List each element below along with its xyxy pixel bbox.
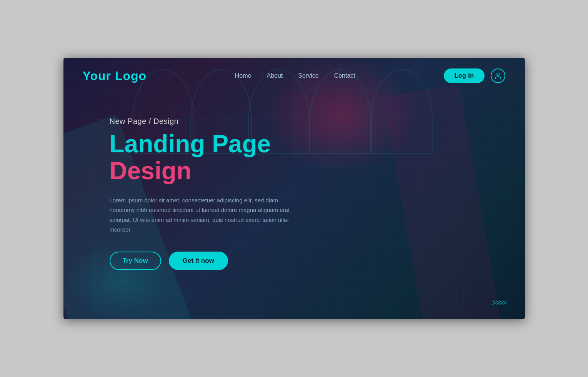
hero-title-line1: Landing Page bbox=[110, 130, 306, 157]
nav-home[interactable]: Home bbox=[235, 72, 252, 79]
hero-subtitle: New Page / Design bbox=[110, 117, 306, 126]
hero-description: Lorem ipsum dolor sit amet, consectetuer… bbox=[110, 195, 290, 235]
nav-right: Log In bbox=[444, 68, 506, 83]
outer-wrapper: Your Logo Home About Service Contact Log… bbox=[63, 38, 525, 339]
hero-section: New Page / Design Landing Page Design Lo… bbox=[63, 94, 325, 285]
nav-links: Home About Service Contact bbox=[235, 72, 355, 79]
user-icon[interactable] bbox=[491, 68, 505, 83]
bg-diagonal-2 bbox=[383, 84, 513, 319]
hero-buttons: Try Now Get it now bbox=[110, 252, 306, 270]
nav-about[interactable]: About bbox=[267, 72, 283, 79]
nav-service[interactable]: Service bbox=[298, 72, 318, 79]
navbar: Your Logo Home About Service Contact Log… bbox=[63, 58, 525, 94]
login-button[interactable]: Log In bbox=[444, 68, 485, 83]
logo: Your Logo bbox=[83, 69, 147, 83]
nav-contact[interactable]: Contact bbox=[334, 72, 355, 79]
svg-point-0 bbox=[497, 73, 500, 76]
hero-title-line2: Design bbox=[110, 157, 306, 184]
get-it-now-button[interactable]: Get it now bbox=[169, 252, 228, 270]
chevrons-icon[interactable]: >>>> bbox=[492, 298, 505, 308]
website-frame: Your Logo Home About Service Contact Log… bbox=[63, 58, 525, 319]
try-now-button[interactable]: Try Now bbox=[110, 252, 161, 270]
